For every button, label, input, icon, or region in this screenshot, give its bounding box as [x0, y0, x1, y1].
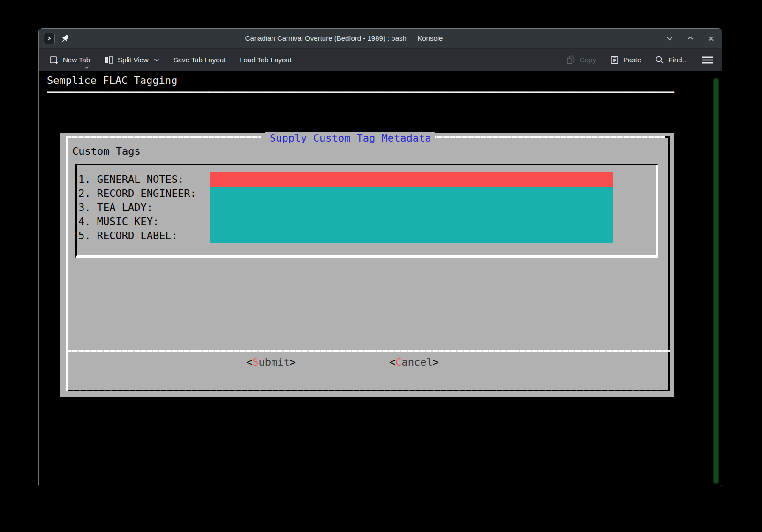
field-number: 2.	[78, 187, 97, 199]
field-name: GENERAL NOTES:	[97, 173, 184, 185]
copy-label: Copy	[580, 56, 596, 64]
maximize-button[interactable]	[686, 34, 694, 43]
input-tea-lady[interactable]	[210, 201, 613, 215]
desktop-background: Canadian Carnival Overture (Bedford - 19…	[0, 0, 762, 532]
find-button[interactable]: Find...	[655, 55, 688, 64]
bracket: >	[433, 356, 439, 368]
split-view-icon	[104, 55, 113, 65]
load-tab-layout-label: Load Tab Layout	[240, 56, 292, 64]
form-row: 1. GENERAL NOTES:	[60, 172, 674, 187]
minimize-button[interactable]	[665, 34, 674, 43]
konsole-window: Canadian Carnival Overture (Bedford - 19…	[38, 28, 722, 486]
field-number: 5.	[78, 230, 97, 241]
bracket: <	[246, 356, 252, 368]
paste-button[interactable]: Paste	[610, 55, 641, 64]
input-record-engineer[interactable]	[210, 187, 613, 201]
field-label: 5. RECORD LABEL:	[78, 229, 178, 243]
close-button[interactable]	[707, 34, 715, 43]
chevron-down-icon	[154, 58, 159, 62]
load-tab-layout-button[interactable]: Load Tab Layout	[240, 56, 292, 64]
copy-icon	[566, 55, 575, 64]
field-name: RECORD LABEL:	[97, 230, 178, 241]
toolbar: New Tab Split View Save Ta	[39, 48, 722, 71]
field-label: 4. MUSIC KEY:	[78, 215, 159, 229]
hamburger-icon	[702, 56, 713, 64]
search-icon	[655, 55, 664, 64]
field-label: 2. RECORD ENGINEER:	[78, 187, 196, 201]
chevron-down-icon	[666, 35, 673, 42]
paste-icon	[610, 55, 619, 64]
submit-button[interactable]: <Submit>	[246, 355, 296, 369]
window-title: Canadian Carnival Overture (Bedford - 19…	[39, 29, 649, 48]
chevron-down-icon	[84, 66, 89, 69]
dialog-border-top-right	[431, 136, 667, 138]
field-name: MUSIC KEY:	[97, 216, 159, 227]
copy-button[interactable]: Copy	[566, 55, 596, 64]
new-tab-label: New Tab	[63, 56, 90, 64]
titlebar[interactable]: Canadian Carnival Overture (Bedford - 19…	[39, 29, 722, 48]
field-label: 1. GENERAL NOTES:	[78, 172, 184, 187]
cancel-label: ancel	[402, 356, 433, 368]
submit-hotkey: S	[252, 356, 258, 368]
chevron-up-icon	[687, 35, 694, 42]
button-separator	[66, 350, 670, 352]
input-record-label[interactable]	[210, 229, 613, 243]
dialog-border-top-left	[66, 136, 261, 138]
bracket: >	[290, 356, 296, 368]
field-number: 4.	[78, 216, 97, 227]
terminal-heading-underline: ━━━━━━━━━━━━━━━━━━━━━━━━━━━━━━━━━━━━━━━━…	[47, 86, 678, 100]
form-row: 2. RECORD ENGINEER:	[60, 187, 674, 201]
save-tab-layout-button[interactable]: Save Tab Layout	[174, 56, 226, 64]
split-view-label: Split View	[118, 56, 149, 64]
field-number: 3.	[78, 202, 97, 213]
input-general-notes[interactable]	[210, 172, 613, 187]
field-name: RECORD ENGINEER:	[97, 187, 196, 199]
field-number: 1.	[78, 173, 97, 185]
submit-label: ubmit	[259, 356, 290, 368]
field-label: 3. TEA LADY:	[78, 201, 153, 215]
save-tab-layout-label: Save Tab Layout	[174, 56, 226, 64]
form-row: 3. TEA LADY:	[60, 201, 674, 215]
new-tab-button[interactable]: New Tab	[49, 55, 90, 65]
scrollbar-handle[interactable]	[713, 78, 719, 484]
split-view-button[interactable]: Split View	[104, 55, 159, 65]
section-label: Custom Tags	[72, 144, 141, 158]
scrollbar-track[interactable]	[710, 71, 722, 486]
cancel-button[interactable]: <Cancel>	[389, 355, 439, 369]
paste-label: Paste	[623, 56, 641, 64]
new-tab-icon	[49, 55, 59, 65]
dialog-title: Supply Custom Tag Metadata	[265, 132, 435, 145]
bracket: <	[389, 356, 395, 368]
cancel-hotkey: C	[395, 356, 401, 368]
dialog-border-bottom	[68, 390, 670, 391]
menu-button[interactable]	[702, 56, 713, 64]
close-icon	[708, 35, 715, 42]
find-label: Find...	[668, 56, 688, 64]
field-name: TEA LADY:	[97, 202, 153, 213]
terminal-area[interactable]: Semplice FLAC Tagging ━━━━━━━━━━━━━━━━━━…	[39, 71, 711, 486]
form-row: 5. RECORD LABEL:	[60, 229, 674, 243]
form-row: 4. MUSIC KEY:	[60, 215, 674, 229]
input-music-key[interactable]	[210, 215, 613, 229]
custom-tag-dialog: Supply Custom Tag Metadata Custom Tags 1…	[60, 133, 674, 397]
